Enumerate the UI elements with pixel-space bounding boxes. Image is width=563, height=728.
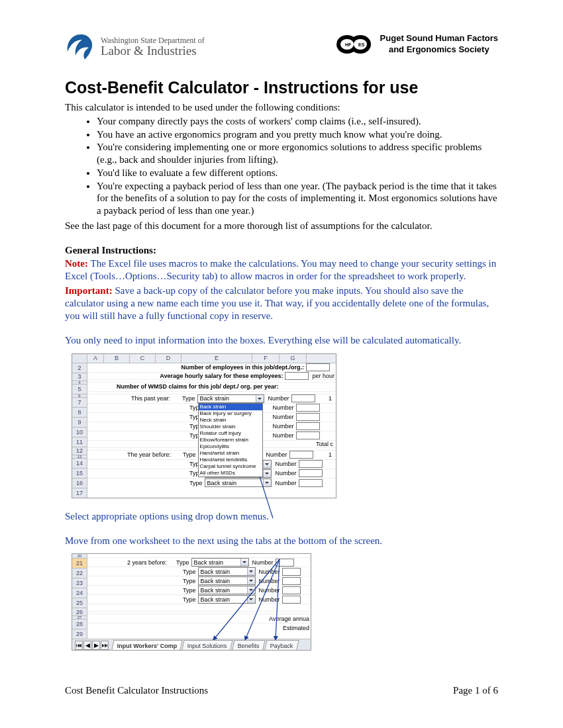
chevron-down-icon[interactable]: [240, 559, 248, 566]
excel-row-numbers: 20 21 22 23 24 25 26 27 28 29: [72, 554, 87, 639]
one-label: 1: [329, 395, 332, 402]
this-past-year-label: This past year:: [131, 395, 170, 402]
number-input[interactable]: [276, 559, 294, 567]
injury-type-dropdown[interactable]: Back strain Back strain Back injury w/ s…: [197, 394, 264, 403]
chevron-down-icon[interactable]: [247, 586, 255, 594]
nav-prev-icon[interactable]: ◀: [83, 641, 91, 650]
type-label: Type: [176, 559, 189, 566]
footer-left: Cost Benefit Calculator Instructions: [65, 685, 208, 696]
chevron-down-icon[interactable]: [263, 461, 271, 468]
dropdown-caption: Select appropriate options using drop do…: [65, 510, 498, 523]
dropdown-option[interactable]: Hand/wrist tendinitis: [199, 457, 262, 463]
nav-next-icon[interactable]: ▶: [92, 641, 100, 650]
number-input[interactable]: [299, 469, 323, 477]
number-input[interactable]: [282, 568, 301, 576]
excel-row-num: 28: [72, 619, 87, 629]
excel-screenshot-1: A B C D E F G 2 3 4 5 6 7 8 9 10 11 12 1…: [72, 353, 336, 498]
dropdown-open-list[interactable]: Back strain Back injury w/ surgery Neck …: [198, 403, 263, 477]
nav-first-icon[interactable]: ⏮: [75, 641, 83, 650]
excel-col-header: B: [104, 354, 130, 363]
document-page: Washington State Department of Labor & I…: [0, 0, 563, 728]
dropdown-option[interactable]: Back injury w/ surgery: [199, 410, 262, 417]
excel-row-num: 11: [72, 437, 87, 447]
svg-text:HF: HF: [345, 42, 352, 47]
see-last-page: See the last page of this document for a…: [65, 220, 498, 232]
number-input[interactable]: [296, 404, 320, 412]
worksheet-tab[interactable]: Input Workers' Comp: [111, 640, 183, 650]
chevron-down-icon[interactable]: [247, 577, 255, 584]
tabs-caption: Move from one worksheet to the next usin…: [65, 535, 498, 547]
type-label: Type: [182, 395, 195, 402]
number-label: Number: [273, 432, 294, 439]
injury-type-dropdown[interactable]: Back strain: [198, 576, 256, 585]
worksheet-tab[interactable]: Benefits: [232, 640, 265, 650]
intro-paragraph: This calculator is intended to be used u…: [65, 101, 498, 114]
number-input[interactable]: [282, 596, 301, 604]
dropdown-option[interactable]: Carpal tunnel syndrome: [199, 463, 262, 470]
type-label: Type: [183, 569, 196, 575]
excel-row-num: 24: [72, 588, 87, 598]
excel-row-num: 17: [72, 488, 87, 498]
chevron-down-icon[interactable]: [263, 479, 271, 486]
chevron-down-icon[interactable]: [256, 395, 264, 402]
chevron-down-icon[interactable]: [263, 470, 271, 477]
number-label: Number: [273, 404, 294, 411]
chevron-down-icon[interactable]: [247, 596, 255, 603]
list-item: You have an active ergonomics program an…: [97, 128, 498, 141]
number-input[interactable]: [291, 394, 315, 402]
avg-salary-label: Average hourly salary for these employee…: [160, 373, 283, 379]
dropdown-option[interactable]: All other MSDs: [199, 470, 262, 477]
worksheet-tab[interactable]: Payback: [264, 640, 299, 650]
dropdown-option[interactable]: Hand/wrist strain: [199, 450, 262, 457]
number-input[interactable]: [299, 479, 323, 487]
excel-row-num: 16: [72, 478, 87, 488]
dropdown-option[interactable]: Back strain: [199, 404, 262, 410]
hfes-line1: Puget Sound Human Factors: [380, 33, 498, 44]
num-employees-input[interactable]: [306, 363, 330, 371]
conditions-list: Your company directly pays the costs of …: [65, 115, 498, 217]
injury-type-dropdown[interactable]: Back strain: [205, 478, 272, 487]
one-label: 1: [329, 451, 332, 458]
excel-screenshot-2: 20 21 22 23 24 25 26 27 28 29 2 years be…: [72, 553, 311, 651]
excel-col-header: E: [181, 354, 252, 363]
year-before-label: The year before:: [127, 451, 171, 458]
excel-row-num: 22: [72, 569, 87, 578]
injury-type-dropdown[interactable]: Back strain: [198, 586, 256, 594]
number-input[interactable]: [296, 432, 320, 439]
dropdown-option[interactable]: Elbow/forearm strain: [199, 437, 262, 443]
number-input[interactable]: [296, 413, 320, 421]
dropdown-option[interactable]: Rotator cuff injury: [199, 430, 262, 437]
dropdown-option[interactable]: Epicondylitis: [199, 443, 262, 450]
dropdown-option[interactable]: Neck strain: [199, 417, 262, 424]
page-footer: Cost Benefit Calculator Instructions Pag…: [65, 685, 498, 696]
number-label: Number: [276, 461, 297, 467]
dropdown-value: Back strain: [207, 480, 237, 486]
number-input[interactable]: [282, 577, 301, 585]
number-input[interactable]: [282, 586, 301, 594]
number-label: Number: [252, 559, 274, 566]
list-item: You're considering implementing one or m…: [97, 141, 498, 166]
excel-row-num: 23: [72, 578, 87, 588]
worksheet-tab[interactable]: Input Solutions: [182, 640, 233, 650]
type-label: Type: [183, 578, 196, 584]
number-input[interactable]: [299, 460, 323, 468]
excel-row-num: 10: [72, 428, 87, 437]
number-input[interactable]: [289, 451, 313, 459]
injury-type-dropdown[interactable]: Back strain: [198, 595, 256, 604]
injury-type-dropdown[interactable]: Back strain: [198, 567, 256, 576]
type-label: Type: [183, 451, 196, 458]
avg-salary-input[interactable]: [285, 372, 309, 380]
type-label: Type: [183, 587, 196, 594]
important-label: Important:: [65, 285, 113, 296]
excel-column-header-row: A B C D E F G: [72, 354, 336, 363]
avg-annual-label: Average annua: [269, 615, 309, 622]
nav-last-icon[interactable]: ⏭: [101, 641, 109, 650]
chevron-down-icon[interactable]: [247, 568, 255, 575]
excel-row-numbers: 2 3 4 5 6 7 8 9 10 11 12 13 14 15 16 17: [72, 363, 87, 498]
labor-industries-swirl-icon: [65, 33, 97, 61]
excel-row-num: 9: [72, 418, 87, 428]
injury-type-dropdown[interactable]: Back strain: [191, 558, 249, 567]
number-input[interactable]: [296, 422, 320, 430]
worksheet-tab-bar: ⏮ ◀ ▶ ⏭ Input Workers' Comp Input Soluti…: [72, 639, 311, 650]
dropdown-option[interactable]: Shoulder strain: [199, 424, 262, 430]
